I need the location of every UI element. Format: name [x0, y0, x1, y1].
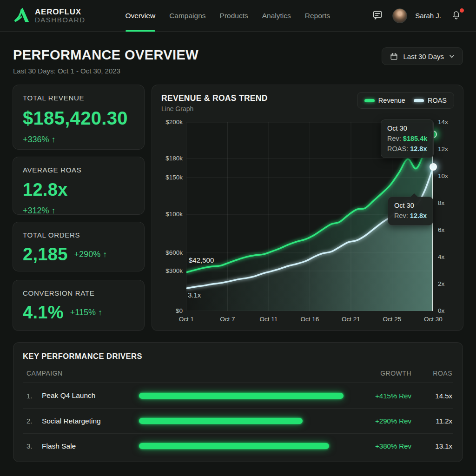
- nav-item-overview[interactable]: Overview: [126, 0, 156, 32]
- chart-title: REVENUE & ROAS TREND: [161, 93, 268, 103]
- y-axis-right-label: 14x: [438, 119, 448, 126]
- tooltip-oct30-main: Oct 30 Rev: $185.4k ROAS: 12.8x: [381, 119, 434, 158]
- column-header-growth: GROWTH: [356, 370, 411, 377]
- driver-growth: +380% Rev: [356, 442, 411, 450]
- driver-name: Flash Sale: [42, 442, 76, 450]
- y-axis-right-label: 4x: [438, 253, 444, 260]
- driver-name: Social Retargeting: [42, 417, 101, 425]
- y-axis-left-label: $0: [154, 307, 183, 314]
- legend-label: ROAS: [428, 97, 447, 104]
- drivers-title: KEY PERFORMANCE DRIVERS: [23, 352, 453, 361]
- user-name: Sarah J.: [415, 12, 441, 20]
- y-axis-right-label: 8x: [438, 199, 444, 206]
- column-header-campaign: CAMPAIGN: [23, 370, 139, 377]
- page-subtitle: Last 30 Days: Oct 1 - Oct 30, 2023: [13, 67, 198, 75]
- kpi-value: 2,185: [23, 245, 68, 264]
- brand-sub: DASHBOARD: [35, 16, 86, 24]
- x-axis-label: Oct 16: [301, 316, 319, 323]
- kpi-value: 4.1%: [23, 303, 64, 323]
- roas-endpoint-dot: [430, 163, 437, 171]
- kpi-card-average-roas: AVERAGE ROAS12.8x+312% ↑: [13, 157, 145, 215]
- brand-name: AEROFLUX: [35, 8, 86, 16]
- x-axis-label: Oct 21: [342, 316, 360, 323]
- driver-name: Peak Q4 Launch: [42, 391, 95, 400]
- chart-legend: RevenueROAS: [357, 92, 454, 109]
- x-axis-label: Oct 11: [260, 316, 278, 323]
- kpi-card-conversion-rate: CONVERSION RATE4.1%+115% ↑: [13, 280, 145, 331]
- kpi-label: TOTAL REVENUE: [23, 94, 134, 102]
- kpi-value: $185,420.30: [23, 108, 134, 129]
- topbar: AEROFLUX DASHBOARD OverviewCampaignsProd…: [0, 0, 476, 32]
- nav-item-campaigns[interactable]: Campaigns: [169, 0, 205, 32]
- messages-button[interactable]: [370, 9, 384, 23]
- kpi-delta: +336% ↑: [23, 135, 134, 145]
- nav-item-reports[interactable]: Reports: [305, 0, 330, 32]
- y-axis-left-label: $200k: [154, 119, 183, 126]
- y-axis-left-label: $600k: [154, 249, 183, 256]
- driver-growth: +290% Rev: [356, 417, 411, 425]
- nav-item-products[interactable]: Products: [220, 0, 248, 32]
- chart-subtitle: Line Graph: [161, 105, 193, 112]
- notifications-button[interactable]: [449, 9, 463, 23]
- driver-row: 1.Peak Q4 Launch+415% Rev14.5x: [23, 383, 453, 408]
- annotation-start-roas: 3.1x: [188, 291, 201, 299]
- driver-rank: 3.: [26, 442, 35, 450]
- driver-row: 2.Social Retargeting+290% Rev11.2x: [23, 408, 453, 433]
- y-axis-left-label: $150k: [154, 174, 183, 181]
- y-axis-left-label: $180k: [154, 155, 183, 162]
- roas-legend-dash-icon: [414, 99, 424, 102]
- main-nav: OverviewCampaignsProductsAnalyticsReport…: [126, 0, 331, 32]
- driver-roas: 11.2x: [411, 417, 453, 425]
- page-title: PERFORMANCE OVERVIEW: [13, 47, 198, 63]
- notification-dot: [460, 8, 464, 13]
- revenue-roas-chart-card: REVENUE & ROAS TREND Line Graph RevenueR…: [152, 85, 463, 331]
- key-performance-drivers-card: KEY PERFORMANCE DRIVERS CAMPAIGN GROWTH …: [13, 342, 463, 462]
- kpi-label: CONVERSION RATE: [23, 289, 134, 297]
- chat-icon: [372, 9, 383, 22]
- x-axis-label: Oct 25: [383, 316, 402, 323]
- calendar-icon: [390, 52, 398, 61]
- x-axis-label: Oct 1: [179, 316, 194, 323]
- kpi-delta: +290% ↑: [74, 250, 107, 259]
- y-axis-right-label: 6x: [438, 226, 444, 233]
- kpi-card-total-orders: TOTAL ORDERS2,185+290% ↑: [13, 222, 145, 271]
- y-axis-right-label: 2x: [438, 280, 444, 287]
- y-axis-right-label: 10x: [438, 172, 448, 179]
- driver-roas: 14.5x: [411, 392, 453, 400]
- rev-legend-dash-icon: [364, 99, 375, 102]
- driver-roas: 13.1x: [411, 442, 453, 450]
- driver-row: 3.Flash Sale+380% Rev13.1x: [23, 433, 453, 458]
- driver-rank: 1.: [26, 392, 35, 400]
- brand: AEROFLUX DASHBOARD: [13, 7, 86, 25]
- legend-label: Revenue: [378, 97, 405, 104]
- column-header-roas: ROAS: [411, 370, 453, 377]
- aeroflux-logo-icon: [13, 7, 30, 25]
- kpi-delta: +115% ↑: [70, 308, 102, 317]
- tooltip-oct30-roas: Oct 30 Rev: 12.8x: [388, 197, 433, 225]
- kpi-delta: +312% ↑: [23, 206, 134, 216]
- driver-growth-bar: [139, 393, 344, 399]
- annotation-start-revenue: $42,500: [189, 256, 214, 264]
- driver-growth: +415% Rev: [356, 392, 411, 400]
- kpi-label: TOTAL ORDERS: [23, 231, 134, 239]
- y-axis-right-label: 0x: [438, 307, 444, 314]
- y-axis-left-label: $300k: [154, 267, 183, 274]
- kpi-label: AVERAGE ROAS: [23, 166, 134, 174]
- y-axis-right-label: 12x: [438, 145, 448, 152]
- date-range-button[interactable]: Last 30 Days: [382, 47, 463, 65]
- legend-item-revenue[interactable]: Revenue: [364, 97, 405, 104]
- avatar[interactable]: [392, 8, 407, 23]
- kpi-column: TOTAL REVENUE$185,420.30+336% ↑AVERAGE R…: [13, 85, 145, 331]
- driver-growth-bar: [139, 418, 303, 424]
- chevron-down-icon: [449, 53, 455, 60]
- kpi-card-total-revenue: TOTAL REVENUE$185,420.30+336% ↑: [13, 85, 145, 150]
- driver-growth-bar: [139, 443, 329, 449]
- drivers-header-row: CAMPAIGN GROWTH ROAS: [23, 364, 453, 383]
- legend-item-roas[interactable]: ROAS: [414, 97, 447, 104]
- nav-item-analytics[interactable]: Analytics: [262, 0, 291, 32]
- driver-rank: 2.: [26, 417, 35, 425]
- y-axis-left-label: $100k: [154, 211, 183, 218]
- kpi-value: 12.8x: [23, 180, 134, 200]
- x-axis-label: Oct 30: [424, 316, 443, 323]
- date-range-label: Last 30 Days: [403, 53, 444, 60]
